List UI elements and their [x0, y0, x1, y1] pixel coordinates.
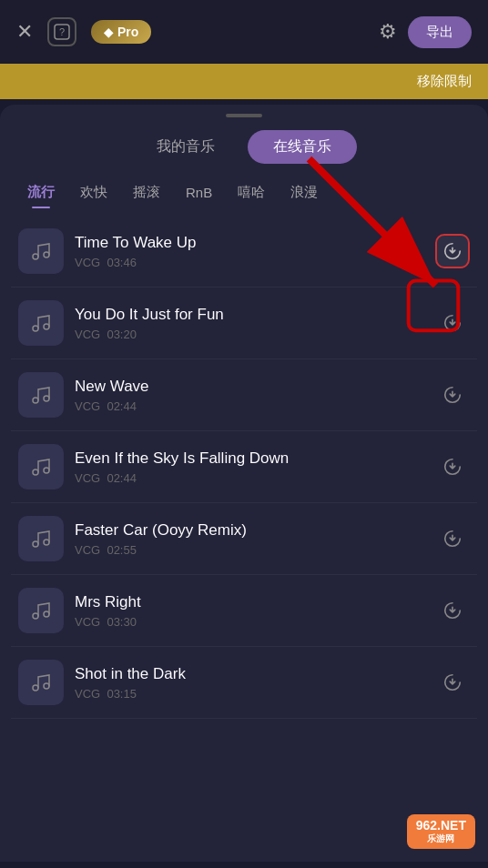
tab-bar: 我的音乐 在线音乐 — [0, 117, 488, 175]
diamond-icon: ◆ — [104, 25, 113, 39]
download-button-4[interactable] — [435, 449, 470, 484]
song-info-7: Shot in the Dark VCG 03:15 — [75, 665, 424, 701]
main-panel: 我的音乐 在线音乐 流行 欢快 摇滚 RnB 嘻哈 浪漫 Time To Wak… — [0, 105, 488, 862]
song-thumb-2 — [18, 300, 64, 346]
song-info-3: New Wave VCG 02:44 — [75, 378, 424, 413]
download-button-2[interactable] — [435, 306, 470, 340]
song-info-5: Faster Car (Ooyy Remix) VCG 02:55 — [75, 521, 424, 557]
svg-point-3 — [44, 252, 49, 257]
song-meta-1: VCG 03:46 — [75, 256, 424, 269]
genre-rnb[interactable]: RnB — [173, 179, 225, 206]
song-item-1: Time To Wake Up VCG 03:46 — [11, 216, 477, 288]
song-list: Time To Wake Up VCG 03:46 — [0, 216, 488, 719]
help-button[interactable]: ? — [47, 17, 76, 46]
song-thumb-5 — [18, 516, 64, 561]
song-item-4: Even If the Sky Is Falling Down VCG 02:4… — [11, 431, 477, 503]
remove-limit-banner[interactable]: 移除限制 — [0, 64, 488, 99]
pro-label: Pro — [117, 25, 138, 39]
svg-point-10 — [33, 541, 38, 547]
song-item-2: You Do It Just for Fun VCG 03:20 — [11, 288, 477, 359]
pro-badge[interactable]: ◆ Pro — [91, 20, 151, 44]
svg-text:?: ? — [59, 26, 65, 37]
watermark: 962.NET 乐游网 — [407, 814, 475, 849]
song-info-6: Mrs Right VCG 03:30 — [75, 593, 424, 629]
genre-hiphop[interactable]: 嘻哈 — [225, 178, 278, 207]
svg-point-7 — [44, 396, 49, 401]
song-meta-5: VCG 02:55 — [75, 543, 424, 557]
export-button[interactable]: 导出 — [408, 16, 472, 48]
song-thumb-1 — [18, 228, 64, 274]
tab-my-music[interactable]: 我的音乐 — [131, 130, 240, 164]
song-item-6: Mrs Right VCG 03:30 — [11, 575, 477, 647]
svg-point-13 — [44, 611, 49, 617]
song-meta-6: VCG 03:30 — [75, 615, 424, 629]
song-title-3: New Wave — [75, 378, 424, 396]
song-info-2: You Do It Just for Fun VCG 03:20 — [75, 306, 424, 341]
close-button[interactable]: ✕ — [16, 22, 33, 42]
settings-icon[interactable]: ⚙ — [379, 20, 397, 44]
genre-bar: 流行 欢快 摇滚 RnB 嘻哈 浪漫 — [0, 175, 488, 216]
song-title-1: Time To Wake Up — [75, 234, 424, 252]
svg-point-8 — [33, 469, 38, 475]
genre-romance[interactable]: 浪漫 — [278, 178, 330, 207]
song-item-5: Faster Car (Ooyy Remix) VCG 02:55 — [11, 503, 477, 575]
download-button-1[interactable] — [435, 234, 470, 268]
download-button-3[interactable] — [435, 378, 470, 412]
song-meta-7: VCG 03:15 — [75, 687, 424, 701]
song-info-1: Time To Wake Up VCG 03:46 — [75, 234, 424, 269]
svg-point-15 — [44, 683, 49, 689]
song-title-6: Mrs Right — [75, 593, 424, 611]
song-item-3: New Wave VCG 02:44 — [11, 359, 477, 431]
song-thumb-4 — [18, 444, 64, 490]
download-button-5[interactable] — [435, 521, 470, 556]
song-meta-3: VCG 02:44 — [75, 399, 424, 413]
song-info-4: Even If the Sky Is Falling Down VCG 02:4… — [75, 449, 424, 485]
svg-point-5 — [44, 324, 49, 329]
song-title-2: You Do It Just for Fun — [75, 306, 424, 324]
svg-point-9 — [44, 468, 49, 473]
genre-happy[interactable]: 欢快 — [67, 178, 120, 207]
genre-rock[interactable]: 摇滚 — [120, 178, 173, 207]
download-button-7[interactable] — [435, 665, 470, 700]
song-meta-2: VCG 03:20 — [75, 328, 424, 341]
svg-point-4 — [33, 326, 38, 331]
header: ✕ ? ◆ Pro ⚙ 导出 — [0, 0, 488, 64]
genre-popular[interactable]: 流行 — [15, 178, 67, 207]
header-left: ✕ ? ◆ Pro — [16, 17, 151, 46]
song-thumb-6 — [18, 588, 64, 633]
song-meta-4: VCG 02:44 — [75, 471, 424, 485]
svg-point-2 — [33, 254, 38, 259]
song-thumb-7 — [18, 660, 64, 705]
header-right: ⚙ 导出 — [379, 16, 472, 48]
song-title-4: Even If the Sky Is Falling Down — [75, 449, 424, 468]
song-thumb-3 — [18, 372, 64, 418]
song-item-7: Shot in the Dark VCG 03:15 — [11, 647, 477, 719]
download-button-6[interactable] — [435, 593, 470, 628]
song-title-7: Shot in the Dark — [75, 665, 424, 683]
svg-point-11 — [44, 540, 49, 545]
svg-point-12 — [33, 613, 38, 619]
svg-point-14 — [33, 685, 38, 691]
svg-point-6 — [33, 398, 38, 403]
tab-online-music[interactable]: 在线音乐 — [248, 130, 357, 164]
song-title-5: Faster Car (Ooyy Remix) — [75, 521, 424, 540]
